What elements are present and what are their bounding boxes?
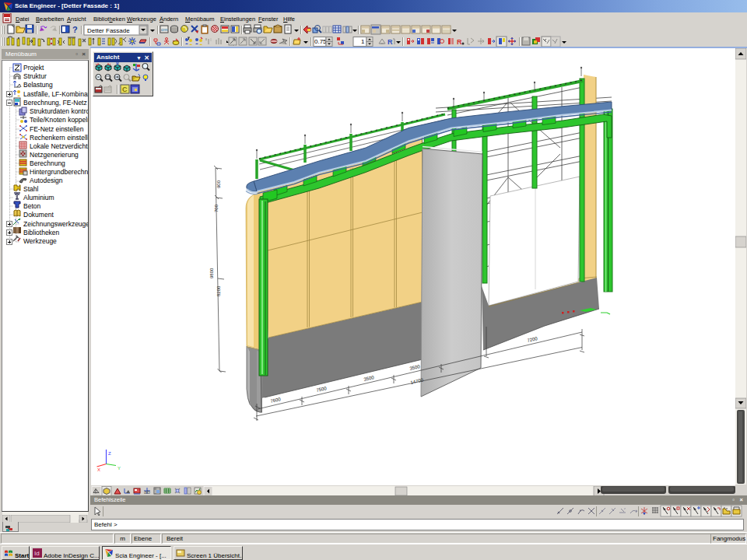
svg-text:Berechnung, FE-Netz: Berechnung, FE-Netz xyxy=(23,99,87,107)
svg-text:Belastung: Belastung xyxy=(23,81,53,89)
svg-text:Detter Fassade: Detter Fassade xyxy=(87,27,130,34)
svg-text:Lokale Netzverdichtun: Lokale Netzverdichtun xyxy=(30,142,89,150)
svg-text:Rechenkern einstellen: Rechenkern einstellen xyxy=(30,134,89,142)
svg-text:ab: ab xyxy=(144,489,150,495)
svg-text:Struktur: Struktur xyxy=(23,72,47,80)
svg-text:3500: 3500 xyxy=(409,364,421,371)
svg-text:Aluminium: Aluminium xyxy=(23,194,54,201)
svg-text:7500: 7500 xyxy=(316,386,328,393)
svg-text:Bibliotheken: Bibliotheken xyxy=(23,229,60,236)
svg-text:Autodesign: Autodesign xyxy=(30,177,63,184)
svg-text:R: R xyxy=(388,38,393,46)
svg-text:1: 1 xyxy=(361,38,365,45)
svg-text:X: X xyxy=(97,467,100,472)
svg-text:700: 700 xyxy=(214,204,219,212)
svg-text:3500: 3500 xyxy=(363,375,375,382)
svg-text:R: R xyxy=(457,38,462,46)
svg-text:Y: Y xyxy=(117,466,121,471)
svg-text:Hintergrundberechnun: Hintergrundberechnun xyxy=(30,168,89,176)
svg-text:FE-Netz einstellen: FE-Netz einstellen xyxy=(30,125,84,133)
svg-text:Strukturdaten kontrollie: Strukturdaten kontrollie xyxy=(30,107,89,115)
svg-text:9800: 9800 xyxy=(209,268,214,278)
svg-text:Zeichnungswerkzeuge: Zeichnungswerkzeuge xyxy=(23,220,89,228)
svg-text:Beton: Beton xyxy=(23,202,40,210)
svg-text:0.75: 0.75 xyxy=(314,38,327,45)
svg-text:Werkzeuge: Werkzeuge xyxy=(23,237,57,245)
svg-text:8200: 8200 xyxy=(216,285,221,296)
svg-text:7600: 7600 xyxy=(270,397,282,404)
svg-text:Z: Z xyxy=(108,451,111,456)
svg-text:Id: Id xyxy=(34,550,40,557)
svg-text:Berechnung: Berechnung xyxy=(30,159,65,167)
svg-text:Teile/Knoten koppeln: Teile/Knoten koppeln xyxy=(30,116,89,124)
svg-text:7200: 7200 xyxy=(527,336,538,343)
svg-text:?: ? xyxy=(72,25,78,34)
svg-text:C: C xyxy=(122,86,128,93)
svg-text:cm: cm xyxy=(161,27,167,32)
svg-text:Stahl: Stahl xyxy=(23,185,38,193)
svg-text:Lastfälle, LF-Kombination: Lastfälle, LF-Kombination xyxy=(23,90,89,98)
svg-text:900: 900 xyxy=(216,180,221,188)
svg-text:Netzgenerierung: Netzgenerierung xyxy=(30,151,79,159)
svg-text:Projekt: Projekt xyxy=(23,64,44,72)
svg-text:Dokument: Dokument xyxy=(23,211,54,219)
